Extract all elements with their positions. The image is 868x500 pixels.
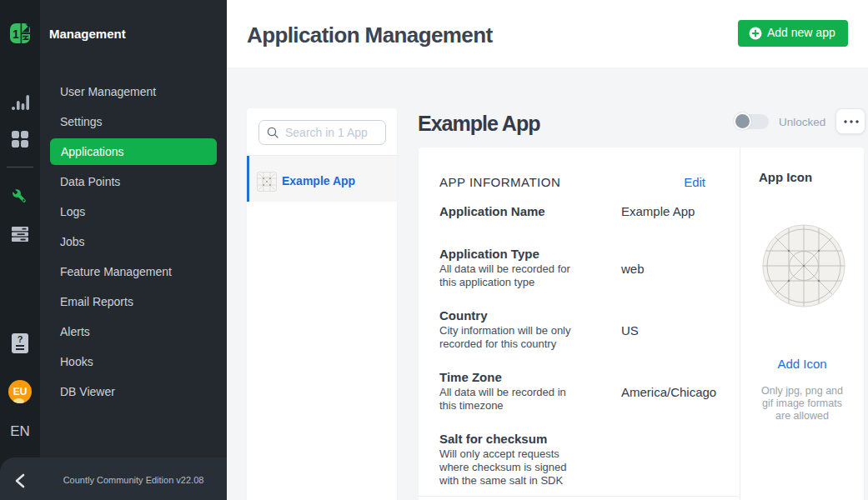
svg-text:?: ? <box>18 334 23 344</box>
svg-text:1: 1 <box>13 28 19 41</box>
